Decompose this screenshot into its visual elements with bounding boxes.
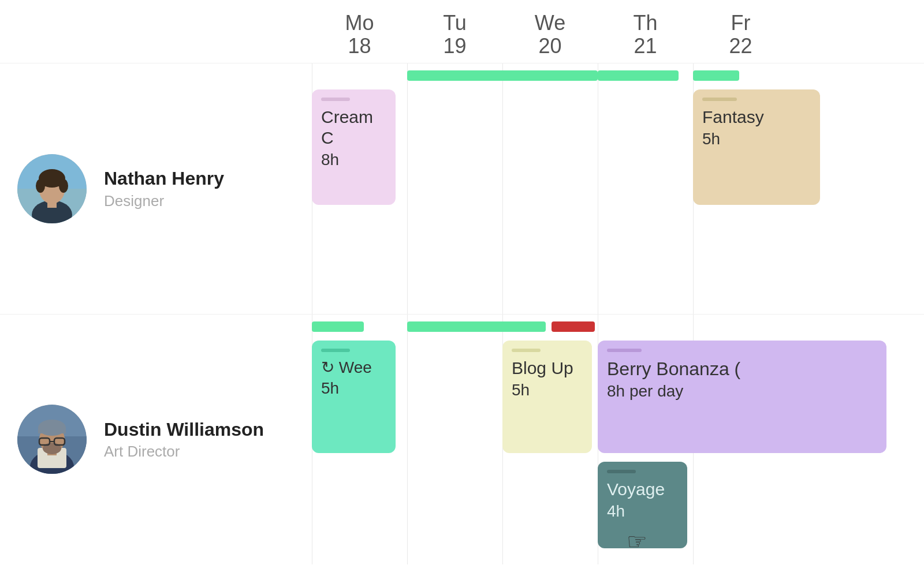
day-name-tu: Tu bbox=[407, 12, 502, 35]
task-card-fantasy[interactable]: Fantasy 5h bbox=[693, 89, 820, 205]
task-hours-weekly: 5h bbox=[321, 379, 386, 398]
day-num-we: 20 bbox=[502, 35, 598, 58]
avatar-nathan bbox=[17, 154, 87, 223]
person-name-dustin: Dustin Williamson bbox=[104, 418, 264, 440]
task-title-cream: Cream C bbox=[321, 107, 386, 148]
progress-bar-dustin-green1 bbox=[312, 321, 364, 332]
person-info-nathan: Nathan Henry Designer bbox=[0, 154, 312, 223]
day-name-th: Th bbox=[598, 12, 693, 35]
task-card-weekly[interactable]: ↻ Wee 5h bbox=[312, 341, 396, 453]
person-details-dustin: Dustin Williamson Art Director bbox=[104, 418, 264, 461]
task-title-weekly: ↻ Wee bbox=[321, 358, 386, 377]
grid-area: Nathan Henry Designer bbox=[0, 63, 924, 564]
task-card-cream[interactable]: Cream C 8h bbox=[312, 89, 396, 205]
day-headers: Mo 18 Tu 19 We 20 Th 21 Fr 22 bbox=[312, 12, 924, 57]
drag-handle-blog bbox=[512, 349, 541, 352]
person-role-nathan: Designer bbox=[104, 192, 224, 210]
task-hours-fantasy: 5h bbox=[702, 130, 811, 148]
person-name-nathan: Nathan Henry bbox=[104, 167, 224, 189]
task-title-voyage: Voyage bbox=[607, 479, 678, 500]
person-details-nathan: Nathan Henry Designer bbox=[104, 167, 224, 210]
person-row-nathan: Nathan Henry Designer bbox=[0, 63, 924, 313]
svg-point-6 bbox=[36, 179, 45, 193]
task-title-blog: Blog Up bbox=[512, 358, 583, 379]
progress-bar-dustin-red bbox=[552, 321, 595, 332]
svg-rect-15 bbox=[38, 428, 66, 433]
day-name-mo: Mo bbox=[312, 12, 407, 35]
progress-bar-nathan-green2 bbox=[598, 70, 679, 81]
day-num-th: 21 bbox=[598, 35, 693, 58]
person-rows: Nathan Henry Designer bbox=[0, 63, 924, 564]
day-num-tu: 19 bbox=[407, 35, 502, 58]
day-col-tu: Tu 19 bbox=[407, 12, 502, 57]
drag-handle-cream bbox=[321, 98, 350, 101]
day-col-mo: Mo 18 bbox=[312, 12, 407, 57]
day-col-we: We 20 bbox=[502, 12, 598, 57]
task-hours-voyage: 4h bbox=[607, 502, 678, 521]
task-card-berry[interactable]: Berry Bonanza ( 8h per day bbox=[598, 341, 886, 453]
drag-handle-voyage bbox=[607, 470, 636, 473]
drag-handle-weekly bbox=[321, 349, 350, 352]
day-col-th: Th 21 bbox=[598, 12, 693, 57]
task-hours-cream: 8h bbox=[321, 151, 386, 169]
svg-point-7 bbox=[59, 179, 68, 193]
task-hours-berry: 8h per day bbox=[607, 382, 877, 401]
drag-handle-berry bbox=[607, 349, 642, 352]
scheduler-container: Mo 18 Tu 19 We 20 Th 21 Fr 22 bbox=[0, 0, 924, 576]
person-role-dustin: Art Director bbox=[104, 443, 264, 461]
progress-bar-dustin-green3 bbox=[502, 321, 546, 332]
progress-bar-dustin-green2 bbox=[407, 321, 508, 332]
person-info-dustin: Dustin Williamson Art Director bbox=[0, 405, 312, 474]
task-title-fantasy: Fantasy bbox=[702, 107, 811, 128]
day-num-mo: 18 bbox=[312, 35, 407, 58]
day-col-fr: Fr 22 bbox=[693, 12, 788, 57]
day-name-fr: Fr bbox=[693, 12, 788, 35]
progress-bar-nathan-green bbox=[407, 70, 598, 81]
progress-bar-nathan-fr bbox=[693, 70, 739, 81]
timeline-dustin: ↻ Wee 5h Blog Up 5h Berry Bonanza ( 8h p… bbox=[312, 315, 924, 564]
person-row-dustin: Dustin Williamson Art Director bbox=[0, 314, 924, 564]
task-hours-blog: 5h bbox=[512, 381, 583, 399]
task-card-blog[interactable]: Blog Up 5h bbox=[502, 341, 592, 453]
task-title-berry: Berry Bonanza ( bbox=[607, 358, 877, 380]
day-name-we: We bbox=[502, 12, 598, 35]
drag-handle-fantasy bbox=[702, 98, 737, 101]
task-card-voyage[interactable]: Voyage 4h bbox=[598, 462, 687, 548]
day-num-fr: 22 bbox=[693, 35, 788, 58]
timeline-nathan: Cream C 8h Fantasy 5h bbox=[312, 63, 924, 313]
avatar-dustin bbox=[17, 405, 87, 474]
